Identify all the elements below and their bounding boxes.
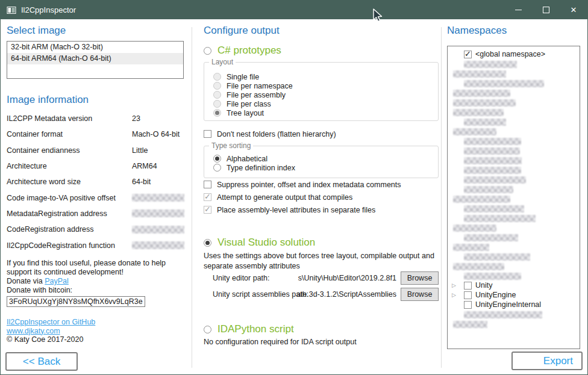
namespace-list[interactable]: <global namespace>▷Unity▷UnityEngineUnit… [447, 46, 580, 349]
info-row: ArchitectureARM64 [7, 158, 185, 174]
bitcoin-address-input[interactable] [7, 296, 145, 307]
csharp-prototypes-label: C# prototypes [217, 45, 281, 57]
checkbox-option[interactable]: Attempt to generate output that compiles [204, 193, 401, 202]
flatten-hierarchy-option[interactable]: Don't nest folders (flatten hierarchy) [204, 129, 336, 138]
namespace-label: Unity [475, 281, 492, 290]
checkbox-label: Attempt to generate output that compiles [217, 193, 352, 202]
redacted-namespace [464, 253, 530, 261]
radio-label: Type definition index [227, 164, 295, 172]
radio-button[interactable] [213, 91, 221, 99]
radio-option[interactable]: Single file [213, 72, 293, 81]
redacted-namespace [453, 244, 489, 251]
info-row: Code image-to-VA positive offset [7, 190, 185, 205]
idapython-option[interactable]: IDAPython script [204, 323, 294, 335]
namespace-checkbox[interactable] [464, 291, 472, 299]
checkbox[interactable] [204, 181, 211, 188]
radio-option[interactable]: File per class [213, 99, 293, 108]
vs-description-line1: Uses the settings above but forces tree … [204, 251, 434, 261]
unity-editor-path-label: Unity editor path: [213, 274, 270, 282]
namespace-checkbox[interactable] [464, 282, 472, 290]
paypal-link[interactable]: PayPal [45, 277, 69, 285]
expander-icon[interactable]: ▷ [452, 282, 456, 288]
namespace-label: <global namespace> [475, 50, 545, 59]
redacted-namespace [464, 138, 521, 145]
visual-studio-radio[interactable] [204, 239, 211, 247]
radio-option[interactable]: File per namespace [213, 81, 293, 90]
redacted-namespace [453, 109, 504, 116]
donate-via-text: Donate via [7, 277, 45, 285]
checkbox[interactable] [204, 193, 211, 201]
radio-button[interactable] [213, 100, 221, 108]
layout-group: Layout Single fileFile per namespaceFile… [204, 62, 439, 121]
website-link[interactable]: www.djkaty.com [7, 327, 60, 335]
type-sorting-caption: Type sorting [209, 141, 253, 150]
info-label: IL2CPP Metadata version [7, 114, 132, 123]
github-link[interactable]: Il2CppInspector on GitHub [7, 318, 95, 326]
redacted-namespace [453, 90, 510, 97]
radio-button[interactable] [213, 82, 221, 90]
image-info-rows: IL2CPP Metadata version23Container forma… [7, 111, 185, 253]
idapython-radio[interactable] [204, 326, 211, 333]
maximize-icon [543, 7, 549, 13]
radio-button[interactable] [213, 164, 221, 172]
image-list[interactable]: 32-bit ARM (Mach-O 32-bit)64-bit ARM64 (… [7, 41, 184, 79]
info-value: Mach-O 64-bit [132, 130, 180, 138]
redacted-namespace [464, 167, 521, 174]
radio-option[interactable]: File per assembly [213, 90, 293, 99]
redacted-value [132, 226, 184, 234]
radio-button[interactable] [213, 73, 221, 81]
unity-editor-path-value[interactable]: s\Unity\Hub\Editor\2019.2.8f1 [298, 274, 396, 282]
unity-script-path-label: Unity script assemblies path: [213, 290, 308, 299]
radio-button[interactable] [213, 155, 221, 163]
expander-icon[interactable]: ▷ [452, 292, 456, 298]
info-row: Container formatMach-O 64-bit [7, 126, 185, 142]
minimize-button[interactable] [504, 1, 532, 19]
csharp-prototypes-radio[interactable] [204, 47, 211, 55]
redacted-namespace [464, 234, 518, 241]
close-icon: ✕ [571, 6, 577, 14]
redacted-namespace [464, 273, 521, 280]
back-button[interactable]: << Back [5, 352, 78, 371]
redacted-namespace [453, 225, 496, 232]
checkbox-option[interactable]: Suppress pointer, offset and index metad… [204, 180, 401, 189]
layout-group-caption: Layout [209, 58, 236, 66]
unity-script-browse-button[interactable]: Browse [401, 288, 439, 301]
redacted-namespace [453, 321, 487, 328]
namespace-item[interactable]: ▷UnityEngine [448, 291, 580, 300]
maximize-button[interactable] [532, 1, 560, 19]
radio-label: Alphabetical [227, 155, 267, 163]
namespace-item[interactable]: ▷Unity [448, 281, 580, 291]
titlebar[interactable]: Il2CppInspector ✕ [1, 1, 587, 19]
info-row: CodeRegistration address [7, 222, 185, 237]
namespace-label: UnityEngine [475, 291, 516, 300]
type-sorting-group: Type sorting AlphabeticalType definition… [204, 146, 439, 178]
namespace-label: UnityEngineInternal [475, 300, 541, 309]
info-value: 64-bit [132, 178, 151, 186]
namespace-checkbox[interactable] [464, 51, 472, 58]
unity-editor-browse-button[interactable]: Browse [401, 271, 439, 285]
radio-option[interactable]: Type definition index [213, 163, 295, 172]
close-button[interactable]: ✕ [560, 1, 587, 19]
unity-script-path-value[interactable]: ate.3d-3.1.2\ScriptAssemblies [296, 290, 396, 299]
image-list-item[interactable]: 32-bit ARM (Mach-O 32-bit) [7, 42, 183, 53]
visual-studio-option[interactable]: Visual Studio solution [204, 237, 315, 249]
radio-option[interactable]: Tree layout [213, 108, 293, 117]
checkbox[interactable] [204, 206, 211, 214]
app-window: Il2CppInspector ✕ Select image 32-bit AR… [0, 0, 588, 375]
checkbox-label: Place assembly-level attributes in separ… [217, 206, 375, 214]
namespace-item[interactable]: <global namespace> [448, 50, 580, 60]
info-value: Little [132, 146, 148, 155]
csharp-prototypes-option[interactable]: C# prototypes [204, 45, 281, 57]
checkbox-option[interactable]: Place assembly-level attributes in separ… [204, 205, 401, 214]
radio-option[interactable]: Alphabetical [213, 154, 295, 163]
checkbox-label: Suppress pointer, offset and index metad… [217, 181, 401, 189]
info-value: 23 [132, 114, 140, 123]
flatten-hierarchy-checkbox[interactable] [204, 130, 211, 138]
vs-description-line2: separate assembly attributes [204, 261, 434, 271]
export-button[interactable]: Export [511, 352, 583, 370]
namespace-checkbox[interactable] [464, 301, 472, 309]
info-label: Code image-to-VA positive offset [7, 194, 132, 202]
namespace-item[interactable]: UnityEngineInternal [448, 300, 580, 310]
image-list-item[interactable]: 64-bit ARM64 (Mach-O 64-bit) [7, 53, 183, 64]
radio-button[interactable] [213, 109, 221, 117]
